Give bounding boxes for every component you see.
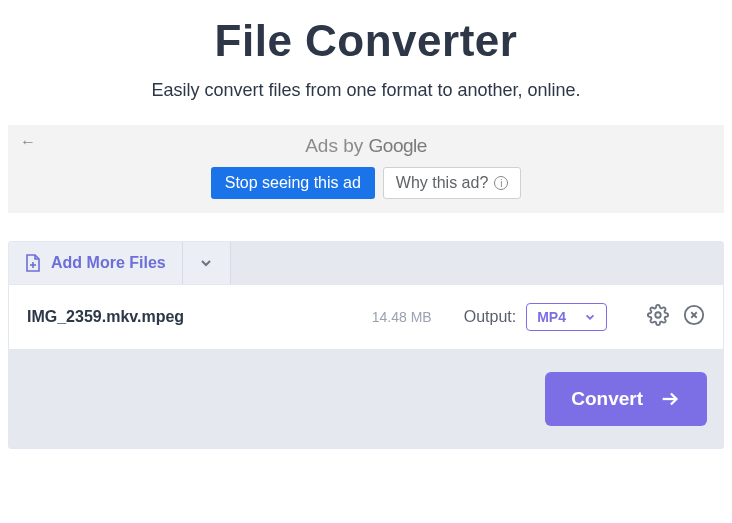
gear-icon — [647, 304, 669, 326]
info-icon: i — [494, 176, 508, 190]
remove-file-button[interactable] — [683, 304, 705, 330]
convert-label: Convert — [571, 388, 643, 410]
output-label: Output: — [464, 308, 516, 326]
stop-seeing-ad-button[interactable]: Stop seeing this ad — [211, 167, 375, 199]
ad-container: ← Ads by Google Stop seeing this ad Why … — [8, 125, 724, 213]
page-subtitle: Easily convert files from one format to … — [0, 80, 732, 101]
add-more-files-button[interactable]: Add More Files — [9, 242, 183, 284]
add-file-icon — [25, 254, 41, 272]
ad-byline-brand: Google — [369, 135, 427, 156]
ad-back-arrow-icon[interactable]: ← — [20, 133, 36, 151]
chevron-down-icon — [584, 311, 596, 323]
chevron-down-icon — [199, 256, 213, 270]
toolbar: Add More Files — [9, 242, 723, 284]
file-name: IMG_2359.mkv.mpeg — [27, 308, 184, 326]
file-size: 14.48 MB — [372, 309, 432, 325]
settings-button[interactable] — [647, 304, 669, 330]
output-format-value: MP4 — [537, 309, 566, 325]
add-more-files-label: Add More Files — [51, 254, 166, 272]
why-this-ad-label: Why this ad? — [396, 174, 488, 192]
page-title: File Converter — [0, 16, 732, 66]
why-this-ad-button[interactable]: Why this ad? i — [383, 167, 521, 199]
svg-point-2 — [655, 312, 661, 318]
panel-footer: Convert — [9, 349, 723, 448]
converter-panel: Add More Files IMG_2359.mkv.mpeg 14.48 M… — [8, 241, 724, 449]
close-icon — [683, 304, 705, 326]
ad-byline-prefix: Ads by — [305, 135, 368, 156]
output-format-select[interactable]: MP4 — [526, 303, 607, 331]
arrow-right-icon — [659, 388, 681, 410]
add-more-dropdown-button[interactable] — [183, 242, 231, 284]
ad-byline: Ads by Google — [20, 135, 712, 157]
convert-button[interactable]: Convert — [545, 372, 707, 426]
file-row: IMG_2359.mkv.mpeg 14.48 MB Output: MP4 — [9, 284, 723, 349]
